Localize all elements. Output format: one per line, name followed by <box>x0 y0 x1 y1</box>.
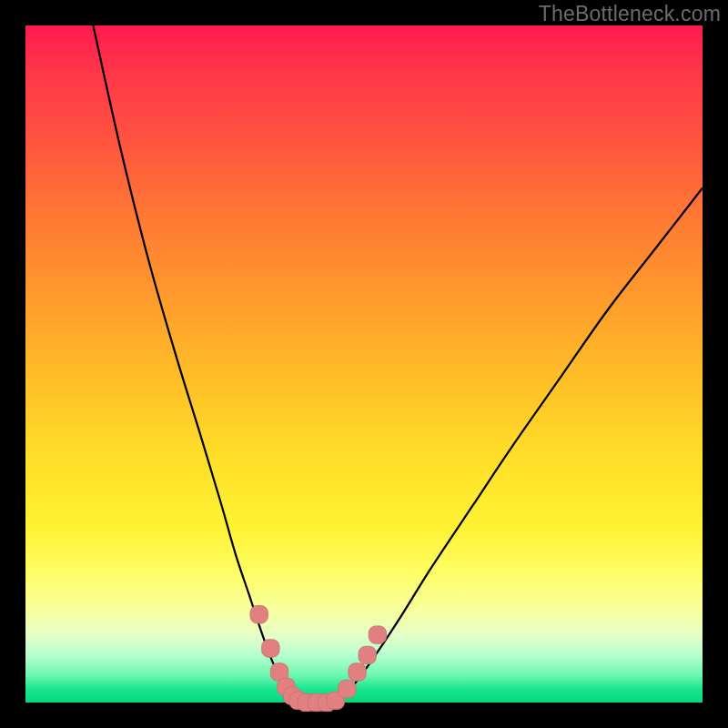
data-marker <box>339 680 356 697</box>
watermark-text: TheBottleneck.com <box>539 2 721 26</box>
right-curve <box>337 188 703 703</box>
data-marker <box>250 606 268 623</box>
data-marker <box>359 646 376 663</box>
outer-frame: TheBottleneck.com <box>0 0 728 728</box>
curve-svg <box>25 25 703 703</box>
plot-area <box>25 25 703 703</box>
data-marker <box>369 626 386 643</box>
data-marker <box>262 640 279 657</box>
left-curve <box>93 25 296 703</box>
data-marker <box>349 663 366 681</box>
